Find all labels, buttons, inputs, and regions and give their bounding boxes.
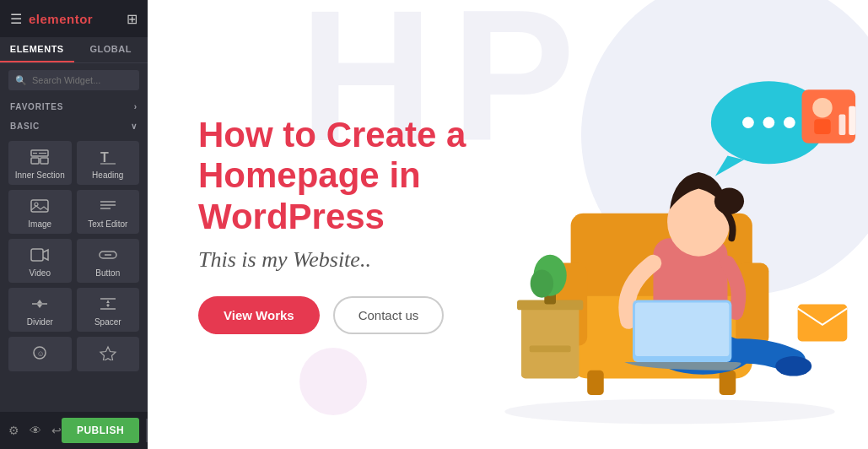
svg-point-26 <box>504 399 834 424</box>
svg-rect-56 <box>798 304 848 341</box>
hero-content: How to Create a Homepage in WordPress Th… <box>198 115 536 334</box>
favorites-chevron-icon: › <box>134 102 137 111</box>
elementor-logo: elementor <box>29 12 93 26</box>
divider-icon <box>30 296 49 314</box>
sidebar-header-left: ☰ elementor <box>10 11 93 27</box>
favorites-label: FAVORITES <box>10 102 63 111</box>
svg-rect-55 <box>849 106 855 135</box>
settings-icon[interactable]: ⚙ <box>8 424 19 437</box>
svg-point-52 <box>812 98 832 117</box>
element-button[interactable]: Button <box>77 239 140 283</box>
svg-rect-54 <box>839 114 846 134</box>
elements-grid: Inner Section T Heading Image <box>0 136 148 376</box>
spacer-label: Spacer <box>94 317 121 327</box>
heading-label: Heading <box>92 170 123 180</box>
svg-rect-7 <box>31 200 48 212</box>
svg-marker-22 <box>106 305 110 307</box>
sidebar: ☰ elementor ⊞ ELEMENTS GLOBAL 🔍 FAVORITE… <box>0 0 148 449</box>
tab-elements[interactable]: ELEMENTS <box>0 37 74 62</box>
text-editor-icon <box>99 198 117 216</box>
svg-marker-17 <box>37 305 42 308</box>
element-spacer[interactable]: Spacer <box>77 288 140 332</box>
collapse-handle[interactable]: ‹ <box>146 419 148 442</box>
button-icon <box>99 247 117 265</box>
sidebar-tabs: ELEMENTS GLOBAL <box>0 37 148 63</box>
undo-icon[interactable]: ↩ <box>51 424 62 437</box>
hero-illustration <box>480 0 868 449</box>
contact-button[interactable]: Contact us <box>333 296 445 334</box>
image-label: Image <box>28 219 51 229</box>
svg-rect-35 <box>530 345 571 352</box>
heading-icon: T <box>99 149 117 167</box>
page-canvas: H P How to Create a Homepage in WordPres… <box>148 0 868 449</box>
svg-point-50 <box>784 116 795 128</box>
spacer-icon <box>99 296 117 314</box>
footer-icons: ⚙ 👁 ↩ <box>8 424 62 437</box>
text-editor-label: Text Editor <box>88 219 127 229</box>
svg-point-46 <box>714 188 744 214</box>
inner-section-label: Inner Section <box>15 170 65 180</box>
svg-point-49 <box>763 116 775 128</box>
svg-marker-25 <box>100 347 116 360</box>
element-icon-el[interactable]: ☺ <box>8 337 72 371</box>
svg-text:☺: ☺ <box>37 349 45 358</box>
element-star[interactable] <box>77 337 140 371</box>
inner-section-icon <box>30 149 49 167</box>
favorites-section-header[interactable]: FAVORITES › <box>0 97 148 116</box>
icon-el-icon: ☺ <box>30 345 49 363</box>
svg-rect-12 <box>31 249 43 261</box>
tab-global[interactable]: GLOBAL <box>74 37 148 62</box>
star-icon <box>99 345 117 363</box>
element-inner-section[interactable]: Inner Section <box>8 141 72 185</box>
video-icon <box>30 247 49 265</box>
button-label: Button <box>95 268 120 278</box>
video-label: Video <box>30 268 51 278</box>
deco-circle-small <box>299 348 367 415</box>
hamburger-icon[interactable]: ☰ <box>10 11 22 27</box>
svg-rect-1 <box>31 158 39 164</box>
svg-rect-44 <box>635 303 730 357</box>
basic-chevron-icon: ∨ <box>131 122 137 131</box>
hero-subtitle: This is my Website.. <box>198 247 536 273</box>
element-video[interactable]: Video <box>8 239 72 283</box>
element-divider[interactable]: Divider <box>8 288 72 332</box>
illustration-svg <box>480 44 860 449</box>
element-text-editor[interactable]: Text Editor <box>77 190 140 234</box>
svg-point-41 <box>775 356 811 376</box>
svg-rect-53 <box>814 119 831 134</box>
main-content: H P How to Create a Homepage in WordPres… <box>148 0 868 449</box>
view-works-button[interactable]: View Works <box>198 296 320 334</box>
sidebar-footer: ⚙ 👁 ↩ PUBLISH ‹ <box>0 412 148 449</box>
hero-title: How to Create a Homepage in WordPress <box>198 115 536 237</box>
svg-marker-21 <box>106 300 110 303</box>
basic-label: BASIC <box>10 122 40 131</box>
svg-rect-31 <box>587 371 604 395</box>
svg-point-48 <box>742 116 754 128</box>
svg-rect-2 <box>40 158 48 164</box>
image-icon <box>30 198 49 216</box>
svg-rect-51 <box>802 89 856 143</box>
svg-rect-32 <box>720 371 736 395</box>
search-bar: 🔍 <box>0 63 148 97</box>
eye-icon[interactable]: 👁 <box>30 424 41 437</box>
basic-section-header[interactable]: BASIC ∨ <box>0 116 148 136</box>
element-heading[interactable]: T Heading <box>77 141 140 185</box>
publish-button[interactable]: PUBLISH <box>62 418 139 443</box>
element-image[interactable]: Image <box>8 190 72 234</box>
search-wrapper: 🔍 <box>8 70 139 90</box>
svg-text:T: T <box>100 150 109 165</box>
svg-marker-16 <box>37 300 42 303</box>
search-input[interactable] <box>8 70 139 90</box>
sidebar-header: ☰ elementor ⊞ <box>0 0 148 37</box>
grid-icon[interactable]: ⊞ <box>127 11 137 27</box>
divider-label: Divider <box>27 317 53 327</box>
hero-buttons: View Works Contact us <box>198 296 536 334</box>
